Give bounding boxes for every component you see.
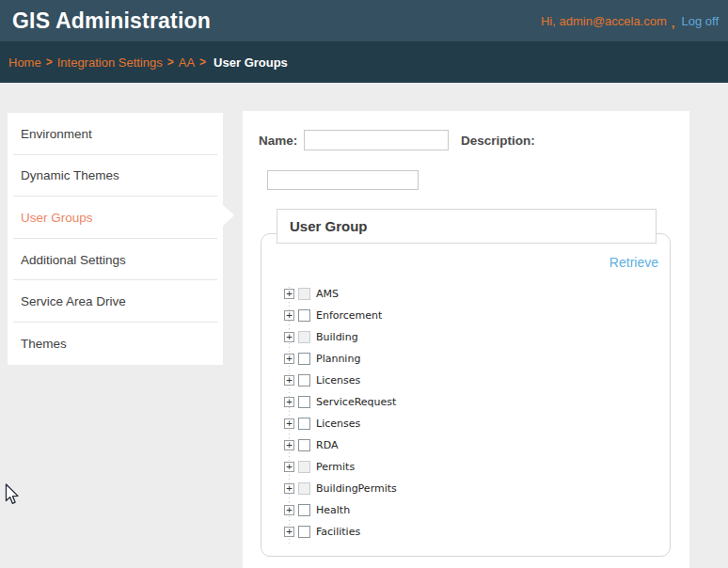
sidebar-item-additional-settings[interactable]: Additional Settings <box>8 239 223 281</box>
name-label: Name: <box>259 134 297 148</box>
expand-icon[interactable]: + <box>284 375 294 386</box>
gis-administration-page: GIS Administration Hi, admin@accela.com … <box>0 0 728 568</box>
breadcrumb-separator: > <box>167 55 174 69</box>
breadcrumb-separator: > <box>46 55 53 69</box>
tree-checkbox[interactable] <box>298 526 310 538</box>
tree-item: + AMS <box>284 283 397 305</box>
name-input[interactable] <box>304 130 449 150</box>
breadcrumb-current: User Groups <box>214 55 288 70</box>
tree-item-label: Permits <box>316 461 355 473</box>
sidebar-item-label: User Groups <box>21 211 93 225</box>
sidebar-item-dynamic-themes[interactable]: Dynamic Themes <box>8 155 223 197</box>
expand-icon[interactable]: + <box>284 527 294 537</box>
sidebar-item-environment[interactable]: Environment <box>8 113 223 155</box>
retrieve-link[interactable]: Retrieve <box>609 255 658 270</box>
expand-icon[interactable]: + <box>284 505 294 515</box>
user-group-tab: User Group <box>277 209 657 244</box>
tree-item: + Health <box>284 499 397 521</box>
sidebar-item-label: Additional Settings <box>21 253 126 267</box>
sidebar-item-label: Environment <box>21 127 92 141</box>
page-title: GIS Administration <box>12 8 211 34</box>
header-separator: , <box>672 16 675 30</box>
user-group-tab-title: User Group <box>290 218 368 234</box>
sidebar-item-user-groups[interactable]: User Groups <box>8 197 223 239</box>
tree-item: + Building <box>284 326 397 348</box>
expand-icon[interactable]: + <box>284 418 294 429</box>
tree-item-label: Building <box>316 331 358 343</box>
sidebar-item-service-area-drive[interactable]: Service Area Drive <box>8 280 223 323</box>
sidebar-item-label: Dynamic Themes <box>21 168 119 182</box>
tree-checkbox <box>298 461 310 473</box>
sidebar-item-themes[interactable]: Themes <box>8 323 223 365</box>
selected-item-pointer <box>223 205 234 226</box>
tree-item-label: RDA <box>316 439 338 451</box>
expand-icon[interactable]: + <box>284 440 294 450</box>
tree-item-label: BuildingPermits <box>316 482 397 495</box>
tree-item-label: Licenses <box>316 374 360 387</box>
breadcrumb-link-home[interactable]: Home <box>8 55 41 70</box>
settings-sidebar: Environment Dynamic Themes User Groups A… <box>8 113 223 365</box>
user-groups-content-panel: Name: Description: User Group Retrieve +… <box>243 111 689 568</box>
tree-checkbox[interactable] <box>298 374 310 387</box>
user-greeting: Hi, admin@accela.com <box>541 14 667 28</box>
mouse-cursor-icon <box>5 483 19 505</box>
tree-checkbox[interactable] <box>298 396 310 408</box>
tree-item: + RDA <box>284 434 397 456</box>
expand-icon[interactable]: + <box>284 397 294 407</box>
tree-checkbox[interactable] <box>298 418 310 430</box>
tree-checkbox[interactable] <box>298 439 310 451</box>
tree-item-label: AMS <box>316 288 339 300</box>
breadcrumb-link-integration-settings[interactable]: Integration Settings <box>57 55 163 70</box>
tree-item: + Enforcement <box>284 305 397 326</box>
breadcrumb-separator: > <box>199 55 206 69</box>
tree-item-label: Health <box>316 504 350 516</box>
sidebar-item-label: Service Area Drive <box>21 294 126 308</box>
tree-checkbox[interactable] <box>298 504 310 516</box>
tree-item-label: Facilities <box>316 526 360 538</box>
user-group-panel: Retrieve + AMS + Enforcement + Building <box>261 233 671 557</box>
tree-checkbox[interactable] <box>298 353 310 365</box>
expand-icon[interactable]: + <box>284 332 294 342</box>
expand-icon[interactable]: + <box>284 289 294 299</box>
logoff-link[interactable]: Log off <box>681 14 719 28</box>
tree-checkbox <box>298 482 310 495</box>
tree-checkbox <box>298 331 310 343</box>
tree-checkbox[interactable] <box>298 309 310 322</box>
expand-icon[interactable]: + <box>284 483 294 494</box>
description-label: Description: <box>461 134 535 148</box>
tree-item-label: Enforcement <box>316 309 382 322</box>
header-user-area: Hi, admin@accela.com , Log off <box>541 14 719 28</box>
user-group-tree: + AMS + Enforcement + Building + <box>284 283 397 543</box>
tree-item-label: Licenses <box>316 418 360 430</box>
description-input[interactable] <box>267 170 419 190</box>
tree-item: + BuildingPermits <box>284 478 397 499</box>
tree-item: + Facilities <box>284 521 397 543</box>
expand-icon[interactable]: + <box>284 310 294 321</box>
tree-item: + Planning <box>284 348 397 370</box>
tree-checkbox <box>298 288 310 300</box>
tree-item: + Permits <box>284 456 397 478</box>
tree-item: + Licenses <box>284 413 397 434</box>
tree-item: + Licenses <box>284 370 397 391</box>
app-header: GIS Administration Hi, admin@accela.com … <box>0 0 728 41</box>
tree-item-label: Planning <box>316 353 360 365</box>
expand-icon[interactable]: + <box>284 354 294 364</box>
breadcrumb-link-aa[interactable]: AA <box>179 55 195 70</box>
expand-icon[interactable]: + <box>284 462 294 472</box>
tree-item-label: ServiceRequest <box>316 396 396 408</box>
tree-item: + ServiceRequest <box>284 391 397 413</box>
sidebar-item-label: Themes <box>21 337 67 351</box>
breadcrumb: Home > Integration Settings > AA > User … <box>0 41 728 83</box>
